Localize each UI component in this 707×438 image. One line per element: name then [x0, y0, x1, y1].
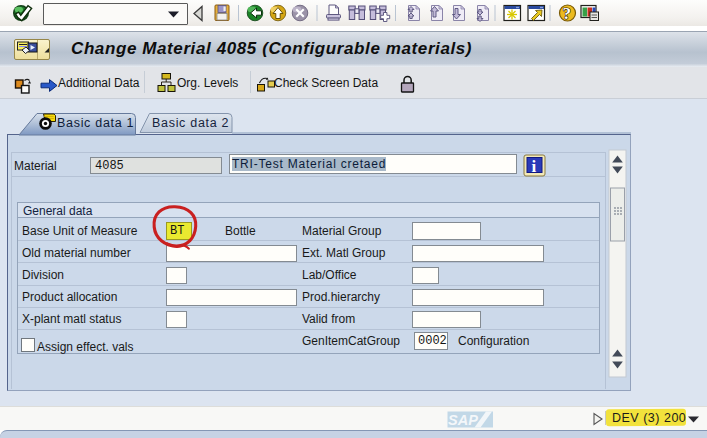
svg-text:?: ?	[563, 4, 572, 23]
svg-text:i: i	[532, 157, 537, 176]
svg-text:SAP: SAP	[448, 412, 478, 428]
